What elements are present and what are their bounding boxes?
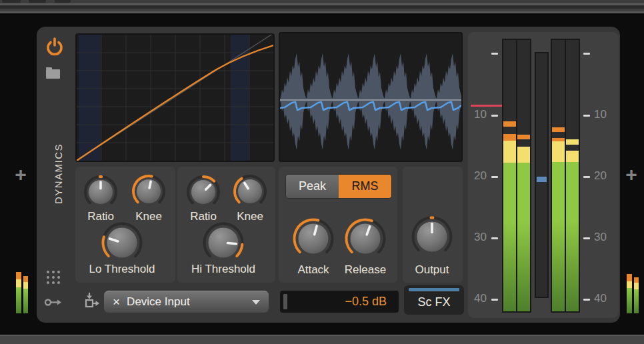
bitwig-device-view: + + DYNAMICS bbox=[0, 0, 644, 344]
sidechain-gain-field[interactable]: −0.5 dB bbox=[280, 291, 399, 313]
meter-segment-orange bbox=[517, 135, 530, 139]
track-meter-segment bbox=[23, 276, 28, 282]
preset-folder-icon[interactable] bbox=[46, 69, 60, 79]
track-meter-bar bbox=[16, 272, 21, 313]
track-meter-segment bbox=[634, 283, 639, 289]
meter-tick bbox=[491, 237, 498, 239]
gr-segment bbox=[537, 177, 547, 182]
meter-tick bbox=[583, 53, 590, 55]
track-meter-segment bbox=[634, 289, 639, 313]
meter-tick bbox=[583, 115, 590, 117]
meter-segment-yellow bbox=[503, 141, 516, 163]
meter-bar bbox=[566, 40, 579, 311]
track-meter-segment bbox=[16, 287, 21, 313]
meter-pair bbox=[551, 39, 580, 313]
meter-scale-label: 10 bbox=[594, 108, 621, 121]
sc-fx-label: Sc FX bbox=[404, 295, 464, 309]
meter-segment-green bbox=[517, 163, 530, 311]
window-tab-stub bbox=[2, 0, 21, 3]
modulation-routing-icon[interactable] bbox=[44, 297, 64, 308]
gain-value: −0.5 dB bbox=[345, 295, 387, 309]
output-knob[interactable] bbox=[408, 213, 456, 261]
gain-reduction-meter bbox=[535, 52, 549, 298]
track-meter-bar bbox=[627, 274, 632, 313]
track-meter-segment bbox=[16, 272, 21, 279]
clear-input-icon[interactable]: × bbox=[113, 295, 120, 309]
chrome-divider bbox=[0, 11, 644, 13]
remote-controls-icon[interactable] bbox=[47, 271, 60, 284]
release-knob[interactable] bbox=[341, 215, 389, 263]
track-meter-segment bbox=[16, 279, 21, 287]
sidechain-input-select[interactable]: × Device Input bbox=[104, 291, 269, 313]
window-tab-stub bbox=[29, 0, 46, 3]
meter-segment-orange bbox=[552, 127, 565, 132]
meter-tick bbox=[583, 237, 590, 239]
meter-scale-label: 10 bbox=[465, 108, 487, 121]
meter-tick bbox=[583, 299, 590, 301]
meter-scale-label: 40 bbox=[594, 292, 621, 305]
meter-bar bbox=[517, 40, 530, 311]
add-device-right-button[interactable]: + bbox=[622, 164, 641, 187]
meter-bar bbox=[503, 40, 516, 311]
sidechain-routing-icon bbox=[83, 292, 100, 311]
add-device-left-button[interactable]: + bbox=[11, 164, 30, 187]
meter-tick bbox=[491, 53, 498, 55]
meter-segment-green bbox=[566, 162, 579, 311]
track-meter-segment bbox=[627, 288, 632, 313]
ratio-low-knob[interactable] bbox=[81, 172, 121, 212]
waveform-shape bbox=[280, 53, 461, 150]
meter-segment-yellow bbox=[552, 141, 565, 162]
meter-pair bbox=[502, 39, 531, 313]
waveform-display bbox=[279, 32, 463, 162]
track-meter-segment bbox=[634, 277, 639, 283]
sidechain-input-value: Device Input bbox=[127, 295, 252, 309]
meter-bar bbox=[552, 40, 565, 311]
meter-segment-yellow bbox=[566, 139, 579, 145]
knee-low-knob[interactable] bbox=[129, 171, 169, 211]
sc-fx-button[interactable]: Sc FX bbox=[404, 285, 464, 315]
meter-segment-orange bbox=[503, 134, 516, 141]
meter-scale-label: 30 bbox=[594, 231, 621, 244]
meter-segment-orange bbox=[503, 121, 516, 127]
meter-segment-green bbox=[503, 163, 516, 311]
dropdown-caret-icon bbox=[252, 300, 260, 305]
sc-fx-indicator bbox=[409, 288, 459, 291]
peak-option[interactable]: Peak bbox=[286, 175, 339, 198]
meter-tick bbox=[491, 115, 498, 117]
lo-threshold-knob[interactable] bbox=[98, 219, 146, 267]
track-meter-bar bbox=[634, 277, 639, 313]
meter-tick bbox=[491, 176, 498, 178]
track-meter-bar bbox=[23, 276, 28, 313]
meter-tick bbox=[491, 299, 498, 301]
meter-segment-yellow bbox=[517, 147, 530, 163]
track-meter-segment bbox=[23, 282, 28, 289]
meter-segment-yellow bbox=[566, 151, 579, 162]
compression-curve bbox=[77, 35, 273, 161]
track-meter-segment bbox=[627, 281, 632, 288]
knee-high-knob[interactable] bbox=[230, 171, 270, 211]
meter-segment-green bbox=[552, 162, 565, 311]
meter-scale-label: 40 bbox=[465, 292, 487, 305]
meter-scale-label: 20 bbox=[465, 169, 487, 183]
meter-scale-label: 20 bbox=[594, 169, 621, 183]
track-meter-segment bbox=[627, 274, 632, 281]
ratio-high-knob[interactable] bbox=[183, 172, 223, 212]
waveform bbox=[280, 33, 461, 161]
detection-mode-toggle: Peak RMS bbox=[285, 174, 392, 199]
attack-knob[interactable] bbox=[289, 215, 337, 263]
track-meter-segment bbox=[23, 289, 28, 313]
bottom-chrome-bar bbox=[0, 336, 644, 344]
device-title: DYNAMICS bbox=[53, 121, 64, 227]
threshold-marker-line bbox=[471, 105, 503, 107]
window-tab-stub bbox=[55, 0, 71, 3]
meter-tick bbox=[583, 176, 590, 178]
power-icon[interactable] bbox=[46, 37, 63, 57]
compression-curve-display[interactable] bbox=[75, 33, 275, 162]
rms-option[interactable]: RMS bbox=[339, 175, 391, 198]
gain-slider-handle[interactable] bbox=[283, 294, 287, 309]
hi-threshold-knob[interactable] bbox=[199, 219, 247, 267]
meter-scale-label: 30 bbox=[465, 231, 487, 244]
